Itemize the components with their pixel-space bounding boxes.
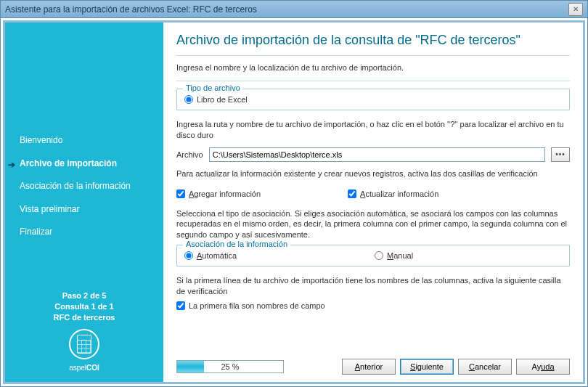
sidebar-item-vista-preliminar[interactable]: Vista preliminar	[20, 204, 163, 216]
footer-bar: 25 % Anterior Siguiente Cancelar Ayuda	[176, 353, 570, 375]
check-add-info[interactable]: Agregar información	[176, 190, 261, 198]
wizard-body: Bienvenido ➔ Archivo de importación Asoc…	[3, 20, 585, 384]
page-title: Archivo de importación de la consulta de…	[176, 33, 570, 48]
sidebar-footer: Paso 2 de 5 Consulta 1 de 1 RFC de terce…	[5, 291, 163, 382]
sidebar-item-asociacion[interactable]: Asociación de la información	[20, 181, 163, 192]
file-path-input[interactable]	[209, 147, 545, 162]
next-button[interactable]: Siguiente	[400, 359, 454, 375]
sidebar: Bienvenido ➔ Archivo de importación Asoc…	[5, 23, 163, 382]
firstrow-hint: Si la primera línea de tu archivo de imp…	[176, 275, 570, 297]
file-type-legend: Tipo de archivo	[183, 83, 243, 92]
sidebar-nav: Bienvenido ➔ Archivo de importación Asoc…	[5, 135, 163, 250]
sidebar-item-archivo-importacion[interactable]: ➔ Archivo de importación	[20, 158, 163, 170]
subject-indicator: RFC de terceros	[5, 313, 163, 322]
radio-auto-input[interactable]	[184, 251, 193, 260]
arrow-right-icon: ➔	[8, 160, 15, 170]
wizard-window: Asistente para la importación de archivo…	[0, 0, 588, 387]
help-button[interactable]: Ayuda	[516, 359, 570, 375]
radio-assoc-auto[interactable]: Automática	[184, 251, 237, 260]
file-type-group: Tipo de archivo Libro de Excel	[176, 89, 570, 110]
titlebar: Asistente para la importación de archivo…	[1, 1, 587, 18]
brand-label: aspelCOI	[5, 364, 163, 372]
browse-button[interactable]: •••	[551, 147, 570, 162]
check-first-row-names[interactable]: La primera fila son nombres de campo	[176, 301, 570, 310]
close-icon: ✕	[573, 5, 579, 13]
consult-indicator: Consulta 1 de 1	[5, 302, 163, 311]
sidebar-item-bienvenido[interactable]: Bienvenido	[20, 135, 163, 147]
radio-excel-input[interactable]	[184, 95, 193, 104]
progress-text: 25 %	[177, 361, 283, 372]
file-path-label: Archivo	[176, 150, 203, 159]
close-button[interactable]: ✕	[568, 3, 583, 16]
update-hint: Para actualizar la información existente…	[176, 168, 570, 179]
assoc-group: Asociación de la información Automática …	[176, 245, 570, 266]
file-path-row: Archivo •••	[176, 147, 570, 162]
check-row: Agregar información Actualizar informaci…	[176, 190, 570, 198]
radio-excel-book[interactable]: Libro de Excel	[184, 95, 248, 104]
sidebar-item-finalizar[interactable]: Finalizar	[20, 227, 163, 238]
radio-assoc-manual[interactable]: Manual	[375, 251, 413, 260]
path-hint: Ingresa la ruta y nombre de tu archivo d…	[176, 119, 570, 141]
progress-bar: 25 %	[176, 360, 284, 373]
check-firstrow-input[interactable]	[176, 301, 185, 310]
check-update-info[interactable]: Actualizar información	[348, 190, 438, 198]
assoc-legend: Asociación de la información	[183, 240, 290, 248]
cancel-button[interactable]: Cancelar	[458, 359, 512, 375]
intro-text: Ingresa el nombre y la localización de t…	[176, 63, 570, 72]
calculator-icon	[69, 329, 99, 359]
window-title: Asistente para la importación de archivo…	[5, 4, 257, 15]
back-button[interactable]: Anterior	[342, 359, 396, 375]
divider	[176, 81, 570, 81]
check-update-input[interactable]	[348, 190, 356, 198]
check-add-input[interactable]	[176, 190, 185, 198]
step-indicator: Paso 2 de 5	[5, 291, 163, 300]
main-panel: Archivo de importación de la consulta de…	[163, 23, 583, 382]
assoc-paragraph: Selecciona el tipo de asociación. Si eli…	[176, 208, 570, 241]
radio-manual-input[interactable]	[375, 251, 383, 260]
divider	[176, 55, 570, 56]
